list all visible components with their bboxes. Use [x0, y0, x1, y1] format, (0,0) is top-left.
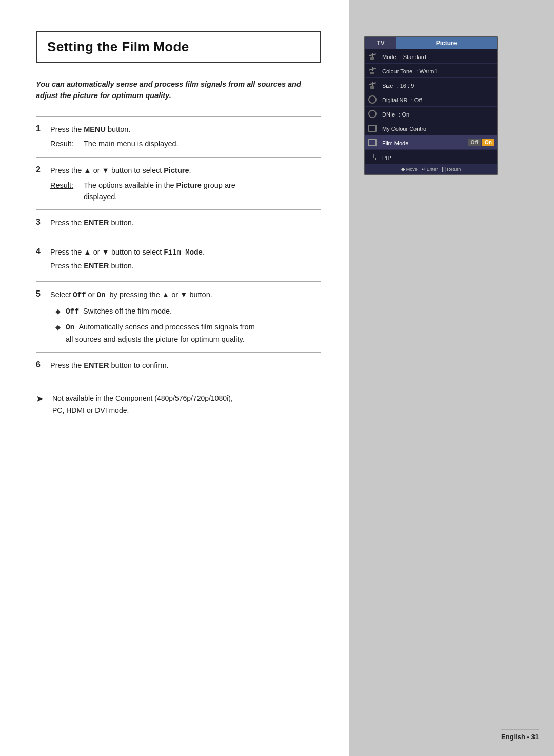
footer-return: ||| Return: [442, 166, 461, 172]
enter-icon: ↵: [422, 166, 426, 172]
colour-tone-value: : Warm1: [414, 68, 437, 74]
return-label: Return: [447, 167, 461, 172]
dnie-label: DNIe: [382, 111, 395, 118]
page-footer: English - 31: [501, 729, 539, 741]
enter-bold-3: ENTER: [84, 219, 109, 227]
tv-icon-my-colour: [365, 124, 380, 133]
tv-icon-colour: [365, 66, 380, 75]
mode-value: : Standard: [399, 54, 426, 60]
pip-label: PIP: [382, 154, 391, 161]
page-title-box: Setting the Film Mode: [36, 31, 321, 63]
step-3-number: 3: [36, 217, 50, 227]
step-6-content: Press the ENTER button to confirm.: [50, 360, 321, 374]
tv-icon-film-mode: [365, 138, 380, 147]
my-colour-label: My Colour Control: [382, 126, 428, 132]
result-label-2: Result:: [50, 180, 84, 191]
step-2-content: Press the ▲ or ▼ button to select Pictur…: [50, 165, 321, 202]
diamond-icon-1: ◆: [55, 305, 61, 317]
main-content: Setting the Film Mode You can automatica…: [0, 0, 349, 756]
step-4-row: 4 Press the ▲ or ▼ button to select Film…: [36, 239, 321, 282]
step-1-content: Press the MENU button. Result: The main …: [50, 124, 321, 150]
picture-bold-2: Picture: [176, 181, 202, 189]
tv-row-digital-nr: Digital NR : Off: [365, 92, 497, 107]
result-label-1: Result:: [50, 138, 84, 150]
mode-label: Mode: [382, 54, 397, 60]
tv-icon-size: [365, 81, 380, 90]
picture-bold: Picture: [164, 166, 189, 175]
digital-nr-value: : Off: [410, 97, 422, 103]
size-value: : 16 : 9: [395, 83, 414, 89]
steps-container: 1 Press the MENU button. Result: The mai…: [36, 117, 321, 381]
film-mode-off: Off: [468, 139, 481, 146]
note-text: Not available in the Component (480p/576…: [52, 393, 233, 416]
footer-move: ◆ Move: [401, 166, 418, 172]
tv-icon-pip: [365, 152, 380, 162]
on-label: On: [66, 323, 74, 332]
footer-text: English - 31: [501, 729, 539, 741]
return-icon: |||: [442, 166, 446, 172]
tv-row-size: Size : 16 : 9: [365, 78, 497, 92]
tv-row-pip: PIP: [365, 150, 497, 164]
step-5-content: Select Off or On by pressing the ▲ or ▼ …: [50, 289, 321, 345]
footer-enter: ↵ Enter: [422, 166, 438, 172]
step-1-row: 1 Press the MENU button. Result: The mai…: [36, 117, 321, 158]
result-text-1: The main menu is displayed.: [84, 138, 179, 149]
tv-header-picture: Picture: [396, 37, 497, 49]
step-6-number: 6: [36, 360, 50, 370]
tv-icon-digital-nr: [365, 94, 380, 105]
step-1-result: Result: The main menu is displayed.: [50, 138, 321, 150]
sidebar: TV Picture Mode : Standard: [349, 0, 554, 756]
tv-row-colour-tone: Colour Tone : Warm1: [365, 64, 497, 78]
note-row: ➤ Not available in the Component (480p/5…: [36, 381, 321, 424]
diamond-icon-2: ◆: [55, 321, 61, 333]
step-2-result: Result: The options available in the Pic…: [50, 180, 321, 203]
page-title: Setting the Film Mode: [47, 39, 309, 55]
step-1-number: 1: [36, 124, 50, 133]
off-mono: Off: [73, 291, 86, 299]
bullet-on: ◆ OnAutomatically senses and processes f…: [55, 321, 321, 345]
step-4-content: Press the ▲ or ▼ button to select Film M…: [50, 246, 321, 275]
on-mono: On: [97, 291, 106, 299]
tv-menu: TV Picture Mode : Standard: [364, 36, 498, 175]
move-label: Move: [406, 167, 418, 172]
bullet-off: ◆ OffSwitches off the film mode.: [55, 305, 321, 317]
tv-row-mode: Mode : Standard: [365, 49, 497, 64]
film-mode-options: Off On: [468, 139, 497, 146]
enter-bold-6: ENTER: [84, 361, 109, 370]
step-3-content: Press the ENTER button.: [50, 217, 321, 231]
tv-menu-body: Mode : Standard Colour Tone : Warm1: [365, 49, 497, 164]
tv-menu-header: TV Picture: [365, 37, 497, 49]
arrow-icon: ➤: [36, 393, 47, 404]
result-text-2: The options available in the Picture gro…: [84, 180, 235, 203]
step-5-number: 5: [36, 289, 50, 299]
dnie-value: : On: [397, 111, 409, 118]
enter-bold-4: ENTER: [84, 262, 109, 270]
tv-icon-dnie: [365, 109, 380, 119]
step-2-row: 2 Press the ▲ or ▼ button to select Pict…: [36, 158, 321, 210]
tv-header-tv: TV: [365, 37, 396, 49]
step-2-number: 2: [36, 165, 50, 175]
step-6-row: 6 Press the ENTER button to confirm.: [36, 353, 321, 381]
step-4-number: 4: [36, 246, 50, 256]
size-label: Size: [382, 83, 393, 89]
digital-nr-label: Digital NR: [382, 97, 408, 103]
film-mode-mono: Film Mode: [164, 248, 203, 257]
step-3-row: 3 Press the ENTER button.: [36, 210, 321, 239]
film-mode-menu-label: Film Mode: [382, 140, 408, 146]
tv-icon-mode: [365, 52, 380, 61]
tv-row-my-colour: My Colour Control: [365, 121, 497, 135]
tv-row-film-mode: Film Mode Off On: [365, 135, 497, 150]
intro-text: You can automatically sense and process …: [36, 79, 321, 102]
colour-tone-label: Colour Tone: [382, 68, 412, 74]
film-mode-on: On: [482, 139, 494, 146]
tv-row-dnie: DNIe : On: [365, 107, 497, 121]
tv-menu-footer: ◆ Move ↵ Enter ||| Return: [365, 164, 497, 174]
menu-bold-1: MENU: [84, 125, 106, 133]
enter-label: Enter: [427, 167, 438, 172]
off-label: Off: [66, 307, 79, 316]
move-icon: ◆: [401, 166, 405, 172]
step-5-row: 5 Select Off or On by pressing the ▲ or …: [36, 282, 321, 353]
